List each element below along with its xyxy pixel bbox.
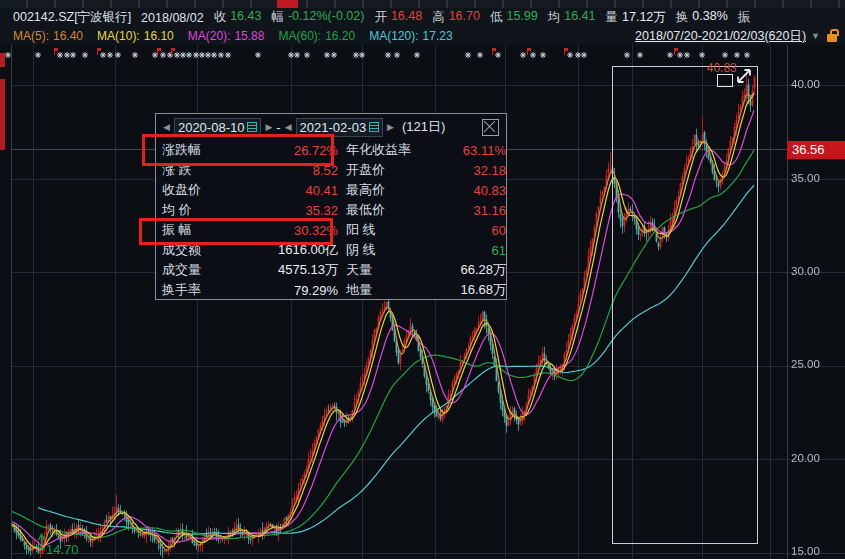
stats-row: 收盘价40.41最高价40.83 (156, 180, 506, 200)
ma60-value: MA(60):16.20 (278, 29, 355, 43)
low-price-annotation: 14.70 (46, 542, 79, 557)
quote-field-low: 低15.99 (490, 9, 538, 26)
prev-start-date-arrow[interactable]: ◀ (163, 122, 170, 132)
quote-field-change: 幅-0.12%(-0.02) (271, 9, 364, 26)
highlight-box-amplitude (139, 218, 333, 245)
ma5-value: MA(5):16.40 (13, 29, 83, 43)
stock-chart-window: 002142.SZ[宁波银行] 2018/08/02 收16.43 幅-0.12… (0, 0, 845, 559)
quote-date: 2018/08/02 (141, 11, 204, 25)
clipped-toolbar-strip (0, 0, 845, 8)
quote-field-high: 高16.70 (432, 9, 480, 26)
close-icon[interactable] (482, 119, 499, 136)
next-end-date-arrow[interactable]: ▶ (387, 122, 394, 132)
stats-row: 成交量4575.13万天量66.28万 (156, 260, 506, 280)
current-price-badge: 36.56 (787, 141, 845, 159)
y-axis-tick-20: 20.00 (791, 452, 820, 464)
quote-field-turnover: 换0.38% (676, 9, 728, 26)
range-day-count: (121日) (402, 118, 445, 136)
calendar-icon[interactable] (247, 122, 257, 132)
left-edge-marker (0, 79, 5, 150)
quote-bar: 002142.SZ[宁波银行] 2018/08/02 收16.43 幅-0.12… (0, 8, 845, 27)
left-edge-marker (0, 53, 5, 67)
toolbar-active-item-fragment (277, 0, 298, 8)
y-axis-tick-40: 40.00 (791, 78, 820, 90)
date-separator: - (276, 120, 280, 135)
quote-field-open: 开16.48 (374, 9, 422, 26)
visible-range-selector[interactable]: 2018/07/20-2021/02/03(620日) (635, 28, 806, 45)
quote-field-volume: 量17.12万 (606, 9, 666, 26)
selection-resize-handle[interactable] (717, 74, 733, 87)
ma-indicator-bar: MA(5):16.40 MA(10):16.10 MA(20):15.88 MA… (0, 27, 845, 45)
ma10-value: MA(10):16.10 (97, 29, 174, 43)
y-axis-tick-25: 25.00 (791, 358, 820, 370)
ma120-value: MA(120):17.23 (369, 29, 452, 43)
y-axis-tick-15: 15.00 (791, 545, 820, 557)
unlock-icon[interactable] (827, 34, 837, 42)
y-axis-tick-35: 35.00 (791, 172, 820, 184)
resize-cursor-icon (733, 65, 755, 87)
symbol-name[interactable]: 002142.SZ[宁波银行] (13, 9, 131, 26)
stats-row: 换手率79.29%地量16.68万 (156, 280, 506, 300)
next-start-date-arrow[interactable]: ▶ (265, 122, 272, 132)
calendar-icon[interactable] (369, 122, 379, 132)
quote-field-close: 收16.43 (214, 9, 262, 26)
highlight-box-change-pct (142, 134, 334, 166)
quote-field-avg: 均16.41 (548, 9, 596, 26)
quote-field-amplitude: 振 (738, 9, 751, 26)
y-axis-tick-30: 30.00 (791, 265, 820, 277)
prev-end-date-arrow[interactable]: ◀ (285, 122, 292, 132)
ma20-value: MA(20):15.88 (188, 29, 265, 43)
stats-row: 均 价35.32最低价31.16 (156, 200, 506, 220)
chevron-down-icon[interactable]: ▼ (811, 31, 820, 41)
